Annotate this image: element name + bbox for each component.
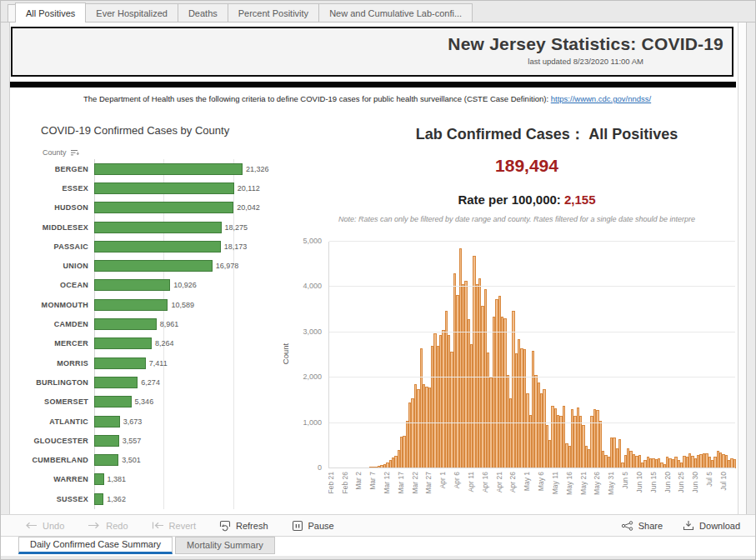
county-bar-value: 1,362 [107, 495, 126, 503]
sheet-tab-strip: Daily Confirmed Case Summary Mortality S… [1, 537, 755, 556]
county-rows: BERGEN21,326ESSEX20,112HUDSON20,042MIDDL… [31, 159, 289, 509]
workbook-tab[interactable]: Ever Hospitalized [85, 3, 178, 22]
summary-note: Note: Rates can only be filtered by date… [338, 215, 737, 223]
summary-rate: Rate per 100,000: 2,155 [327, 192, 727, 207]
x-tick-label: Mar 17 [397, 472, 405, 507]
county-bar-value: 8,264 [155, 339, 174, 348]
county-bar[interactable] [94, 493, 103, 505]
x-tick-label: Feb 26 [341, 472, 349, 507]
x-tick-label: Jun 30 [691, 472, 699, 507]
county-bar-value: 16,978 [216, 262, 239, 270]
toolbar: Undo Redo Revert Refresh Pause [1, 514, 755, 537]
revert-button[interactable]: Revert [152, 521, 196, 531]
y-tick-label: 1,000 [285, 418, 322, 427]
daily-gridline [329, 241, 735, 242]
county-label: GLOUCESTER [31, 437, 94, 445]
x-tick-label: Mar 22 [411, 472, 419, 507]
x-tick-label: Mar 7 [368, 472, 377, 507]
county-bar-track: 8,264 [94, 338, 289, 349]
workbook-tab[interactable]: Percent Positivity [228, 3, 319, 22]
county-bar-value: 1,381 [108, 475, 127, 483]
county-bar-value: 20,042 [237, 203, 260, 212]
county-label: MERCER [31, 339, 94, 348]
x-tick-label: Jun 10 [635, 472, 643, 507]
sheet-tab-mortality[interactable]: Mortality Summary [175, 537, 275, 554]
x-tick-label: Mar 12 [383, 472, 391, 507]
workbook-tab[interactable]: Deaths [178, 3, 228, 22]
county-label: MONMOUTH [31, 301, 94, 309]
county-label: CUMBERLAND [31, 456, 94, 464]
workbook-tab[interactable]: All Positives [15, 2, 86, 22]
share-button[interactable]: Share [621, 521, 663, 531]
x-tick-label: May 21 [579, 472, 588, 507]
county-bar[interactable] [94, 473, 104, 485]
county-bar-value: 7,411 [149, 359, 168, 368]
summary-title: Lab Confirmed Cases： All Positives [360, 124, 733, 144]
refresh-button[interactable]: Refresh [219, 520, 268, 532]
download-button[interactable]: Download [683, 520, 740, 531]
dashboard: New Jersey Statistics: COVID-19 last upd… [9, 22, 738, 514]
daily-gridline [329, 286, 735, 287]
workbook-tab-strip: All PositivesEver HospitalizedDeathsPerc… [1, 1, 755, 22]
county-bar[interactable] [94, 396, 132, 408]
county-bar[interactable] [94, 435, 119, 447]
county-bar[interactable] [94, 416, 120, 428]
scrollbar-track[interactable] [738, 22, 747, 514]
daily-gridline [329, 468, 735, 468]
undo-button[interactable]: Undo [24, 521, 64, 531]
county-label: SUSSEX [31, 495, 94, 503]
y-tick-label: 4,000 [285, 282, 322, 290]
county-bar-value: 21,326 [246, 165, 269, 173]
pause-button[interactable]: Pause [292, 520, 334, 532]
daily-chart-plot [328, 242, 735, 468]
x-tick-label: Apr 21 [495, 472, 503, 507]
y-tick-label: 5,000 [285, 237, 322, 245]
county-bar-track: 20,112 [94, 182, 289, 194]
county-bar[interactable] [94, 454, 118, 466]
county-label: PASSAIC [31, 242, 94, 251]
county-bar[interactable] [94, 163, 243, 175]
y-axis-title: Count [281, 343, 290, 364]
county-bar[interactable] [94, 318, 157, 330]
x-tick-label: Apr 16 [481, 472, 489, 507]
county-bar[interactable] [94, 222, 222, 233]
sort-icon[interactable] [70, 149, 79, 157]
county-bar-value: 3,501 [122, 456, 141, 464]
county-bar[interactable] [94, 182, 234, 194]
x-tick-label: May 26 [593, 472, 601, 507]
county-bar-value: 18,275 [225, 223, 248, 232]
county-bar-value: 20,112 [238, 184, 260, 192]
county-bar-track: 3,673 [94, 416, 289, 428]
county-column-label: County [43, 148, 67, 157]
county-bar[interactable] [94, 279, 170, 291]
title-block: New Jersey Statistics: COVID-19 last upd… [448, 34, 723, 66]
county-bar-track: 18,275 [94, 222, 289, 233]
county-bar[interactable] [94, 260, 213, 272]
county-bar[interactable] [94, 377, 138, 388]
x-tick-label: Jun 5 [621, 472, 629, 507]
county-bar-track: 5,346 [94, 396, 289, 408]
county-bar[interactable] [94, 338, 152, 349]
county-bar-track: 3,557 [94, 435, 289, 447]
county-bar-value: 10,926 [173, 281, 197, 289]
county-bar-value: 10,589 [171, 301, 194, 309]
x-tick-label: Mar 2 [354, 472, 363, 507]
sheet-tab-daily[interactable]: Daily Confirmed Case Summary [18, 537, 173, 554]
county-bar-value: 3,557 [123, 437, 142, 445]
county-bar[interactable] [94, 202, 233, 213]
county-bar[interactable] [94, 299, 168, 311]
redo-button[interactable]: Redo [88, 521, 128, 531]
county-bar[interactable] [94, 358, 146, 369]
criteria-text: The Department of Health uses the follow… [83, 94, 551, 103]
x-tick-label: Jun 15 [649, 472, 658, 507]
workbook-tab[interactable]: New and Cumulative Lab-confi... [318, 3, 473, 22]
summary-total: 189,494 [327, 156, 727, 176]
county-bar-track: 10,926 [94, 279, 289, 291]
county-label: HUDSON [31, 203, 94, 212]
rate-value: 2,155 [564, 192, 596, 207]
county-bar[interactable] [94, 241, 221, 252]
criteria-link[interactable]: https://wwwn.cdc.gov/nndss/ [551, 94, 651, 103]
x-tick-label: May 1 [523, 472, 531, 507]
county-bar-value: 8,961 [160, 320, 179, 328]
county-bar-value: 5,346 [135, 398, 154, 406]
